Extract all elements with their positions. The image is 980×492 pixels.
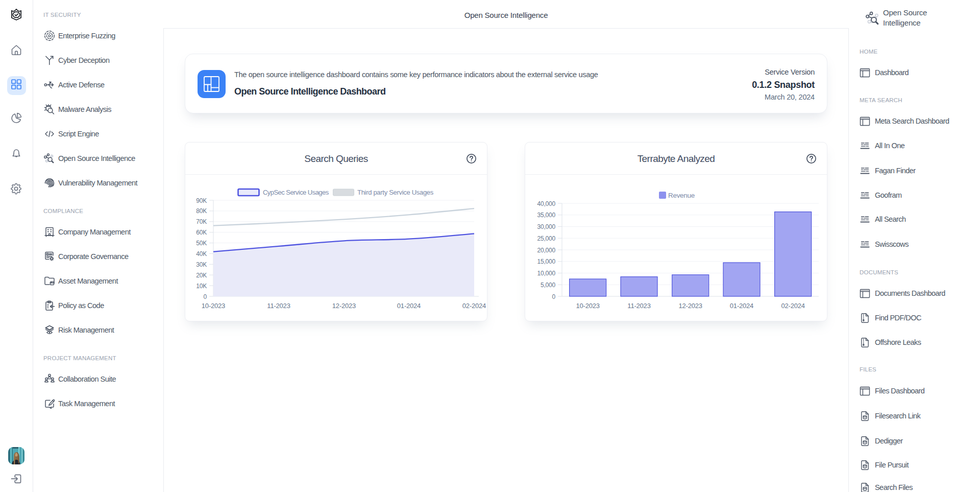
svg-text:20,000: 20,000 — [537, 247, 555, 254]
svg-text:01-2024: 01-2024 — [397, 302, 421, 310]
svg-text:20K: 20K — [196, 272, 207, 279]
svg-text:10-2023: 10-2023 — [576, 302, 599, 310]
svg-text:15,000: 15,000 — [537, 258, 555, 265]
svg-text:Revenue: Revenue — [668, 192, 695, 199]
svg-text:25,000: 25,000 — [537, 235, 555, 242]
svg-text:5,000: 5,000 — [541, 282, 556, 289]
svg-text:11-2023: 11-2023 — [267, 302, 290, 310]
svg-text:40,000: 40,000 — [537, 200, 555, 207]
svg-text:80K: 80K — [196, 207, 207, 215]
svg-text:10,000: 10,000 — [537, 270, 555, 277]
svg-text:30,000: 30,000 — [537, 223, 555, 230]
svg-text:02-2024: 02-2024 — [781, 302, 804, 310]
svg-text:01-2024: 01-2024 — [730, 302, 753, 310]
svg-text:35,000: 35,000 — [537, 212, 555, 219]
svg-text:90K: 90K — [196, 197, 207, 204]
svg-text:12-2023: 12-2023 — [332, 302, 356, 310]
svg-text:0: 0 — [552, 293, 556, 300]
svg-text:10K: 10K — [196, 283, 207, 290]
svg-text:11-2023: 11-2023 — [627, 302, 650, 310]
svg-text:60K: 60K — [196, 229, 207, 236]
svg-text:12-2023: 12-2023 — [679, 302, 702, 310]
svg-text:10-2023: 10-2023 — [202, 302, 225, 310]
svg-text:CypSec Service Usages: CypSec Service Usages — [263, 189, 329, 196]
svg-text:0: 0 — [204, 293, 207, 300]
svg-text:30K: 30K — [196, 261, 207, 268]
svg-text:02-2024: 02-2024 — [462, 302, 486, 310]
svg-text:40K: 40K — [196, 250, 207, 257]
svg-text:Third party Service Usages: Third party Service Usages — [357, 189, 434, 196]
svg-text:50K: 50K — [196, 240, 207, 247]
svg-text:70K: 70K — [196, 218, 207, 225]
